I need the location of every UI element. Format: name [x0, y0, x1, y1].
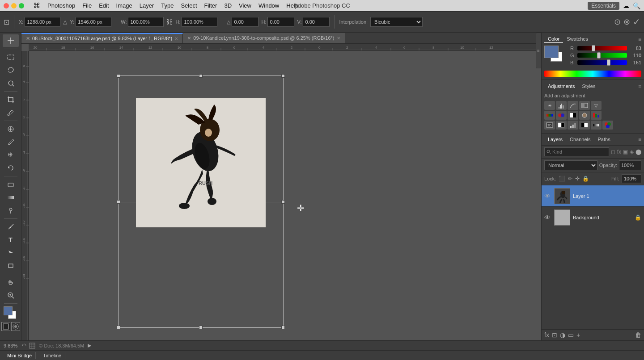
tab-close-2[interactable]: ✕ — [337, 33, 340, 43]
gradient-tool[interactable] — [3, 191, 19, 204]
opacity-input[interactable] — [619, 160, 641, 170]
menu-select[interactable]: Select — [177, 0, 200, 11]
tab-color[interactable]: Color — [544, 35, 563, 43]
link-icon[interactable]: ⛓ — [166, 18, 173, 25]
foreground-color[interactable] — [4, 306, 13, 315]
layer-item-layer1[interactable]: 👁 Layer 1 — [542, 185, 644, 207]
window-controls[interactable] — [4, 3, 24, 8]
handle-bl[interactable] — [117, 326, 120, 329]
apple-menu[interactable]: ⌘ — [30, 0, 44, 11]
adj-bw[interactable] — [568, 111, 578, 120]
layer-adj-icon[interactable]: ◈ — [630, 149, 634, 155]
adj-selectivecolor[interactable] — [602, 121, 613, 130]
minimize-button[interactable] — [11, 3, 17, 8]
menu-type[interactable]: Type — [157, 0, 177, 11]
essentials-label[interactable]: Essentials — [588, 2, 619, 10]
tab-adjustments[interactable]: Adjustments — [544, 83, 579, 90]
y-input[interactable] — [76, 17, 111, 27]
handle-br[interactable] — [281, 326, 285, 329]
quick-select-tool[interactable] — [3, 77, 19, 89]
cancel-transform-icon[interactable]: ⊗ — [623, 17, 630, 27]
tab-2[interactable]: ✕ 09-10KandiceLynn19-306-to-composite.ps… — [183, 33, 345, 43]
layer-fx-icon[interactable]: fx — [617, 149, 621, 155]
adj-collorlookup[interactable]: 3D — [544, 121, 555, 130]
layer-fx-button[interactable]: fx — [544, 331, 549, 339]
new-group-button[interactable]: ▭ — [568, 331, 574, 339]
adj-channelmixer[interactable] — [591, 111, 602, 120]
eraser-tool[interactable] — [3, 178, 19, 191]
adj-posterize[interactable] — [568, 121, 578, 130]
canvas-viewport[interactable]: RUSH ✛ — [29, 51, 541, 340]
crop-tool[interactable] — [3, 93, 19, 106]
b-slider-thumb[interactable] — [607, 59, 610, 66]
blend-mode-select[interactable]: Normal Multiply Screen Overlay — [544, 160, 597, 170]
menu-view[interactable]: View — [235, 0, 255, 11]
lock-all-icon[interactable]: 🔒 — [582, 176, 589, 182]
x-input[interactable] — [25, 17, 60, 27]
adj-exposure[interactable] — [579, 101, 590, 110]
menu-file[interactable]: File — [79, 0, 95, 11]
shape-tool[interactable] — [3, 260, 19, 272]
tab-1[interactable]: ✕ 08-iStock_000011057163Large.psd @ 9.83… — [21, 33, 183, 43]
text-tool[interactable]: T — [3, 234, 19, 246]
dodge-tool[interactable] — [3, 204, 19, 217]
skewh-input[interactable] — [267, 17, 294, 27]
menu-window[interactable]: Window — [255, 0, 283, 11]
layers-panel-options-icon[interactable]: ≡ — [638, 136, 641, 142]
adj-photofilter[interactable] — [579, 111, 590, 120]
menu-photoshop[interactable]: Photoshop — [44, 0, 79, 11]
spectrum-bar[interactable] — [544, 71, 641, 77]
zoom-tool[interactable] — [3, 289, 19, 301]
interpolation-select[interactable]: Bicubic Nearest Neighbor Bilinear — [370, 17, 423, 27]
panel-collapse-handle[interactable]: ≡ — [536, 33, 541, 68]
healing-tool[interactable] — [3, 123, 19, 135]
adj-hsl[interactable] — [544, 111, 555, 120]
tab-paths[interactable]: Paths — [594, 135, 614, 143]
adj-curves[interactable] — [568, 101, 578, 110]
delete-layer-button[interactable]: 🗑 — [635, 331, 641, 339]
adj-panel-options-icon[interactable]: ≡ — [638, 84, 641, 90]
warp-icon[interactable]: ⊙ — [614, 17, 621, 27]
lock-transparent-icon[interactable]: ⬛ — [559, 176, 565, 182]
marquee-tool[interactable] — [3, 51, 19, 63]
tab-close-1[interactable]: ✕ — [174, 33, 178, 44]
adj-invert[interactable] — [556, 121, 567, 130]
foreground-swatch[interactable] — [544, 46, 559, 58]
search-icon[interactable]: 🔍 — [633, 2, 640, 9]
layer-mask-icon[interactable]: ▣ — [623, 149, 628, 155]
new-layer-button[interactable]: + — [576, 331, 580, 339]
commit-transform-icon[interactable]: ✓ — [633, 17, 640, 27]
tab-layers[interactable]: Layers — [544, 135, 566, 143]
history-brush-tool[interactable] — [3, 162, 19, 174]
menu-edit[interactable]: Edit — [95, 0, 112, 11]
tab-timeline[interactable]: Timeline — [39, 352, 65, 359]
adj-threshold[interactable] — [579, 121, 590, 130]
tab-swatches[interactable]: Swatches — [563, 35, 592, 43]
menu-3d[interactable]: 3D — [220, 0, 235, 11]
layer-item-background[interactable]: 👁 Background 🔒 — [542, 207, 644, 228]
clone-tool[interactable] — [3, 149, 19, 161]
quickmask-mode[interactable] — [11, 322, 20, 331]
menu-filter[interactable]: Filter — [201, 0, 221, 11]
lock-position-icon[interactable]: ✛ — [575, 176, 580, 182]
adj-levels[interactable] — [556, 101, 567, 110]
background-visibility-icon[interactable]: 👁 — [544, 214, 551, 221]
adj-colorbalance[interactable] — [556, 111, 567, 120]
w-input[interactable] — [128, 17, 164, 27]
lock-image-icon[interactable]: ✏ — [568, 176, 572, 182]
layer1-visibility-icon[interactable]: 👁 — [544, 193, 551, 200]
layer-type-icon[interactable]: ◻ — [611, 149, 615, 155]
adj-vibrance[interactable]: ▽ — [591, 101, 602, 110]
path-select-tool[interactable] — [3, 247, 19, 259]
tab-channels[interactable]: Channels — [566, 135, 594, 143]
layer-search[interactable]: Kind — [544, 147, 609, 156]
add-mask-button[interactable]: ⊡ — [552, 331, 557, 339]
standard-mode[interactable] — [1, 322, 10, 331]
brush-tool[interactable] — [3, 136, 19, 148]
close-button[interactable] — [4, 3, 9, 8]
rotation-input[interactable] — [232, 17, 258, 27]
menu-image[interactable]: Image — [113, 0, 136, 11]
pen-tool[interactable] — [3, 221, 19, 233]
h-input[interactable] — [182, 17, 217, 27]
r-slider-thumb[interactable] — [592, 45, 595, 51]
